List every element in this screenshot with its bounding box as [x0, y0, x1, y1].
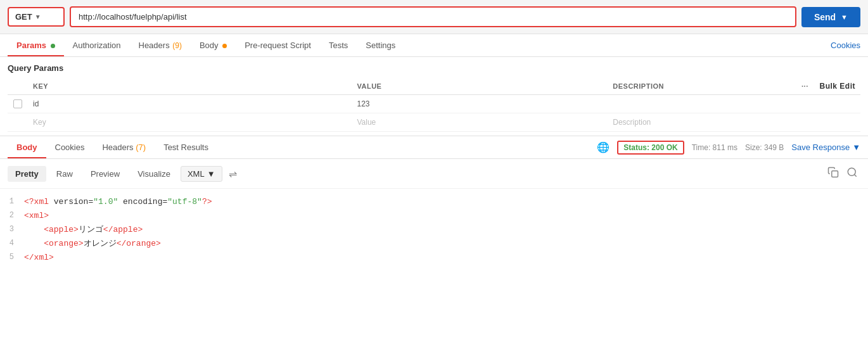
resp-headers-badge: (7)	[136, 143, 146, 152]
cookies-link[interactable]: Cookies	[831, 34, 860, 56]
status-badge: Status: 200 OK	[617, 141, 684, 155]
params-table: KEY VALUE DESCRIPTION ··· Bulk Edit id 1…	[8, 78, 860, 132]
format-pretty-button[interactable]: Pretty	[8, 166, 46, 182]
send-chevron-icon: ▼	[841, 13, 848, 21]
xml-token: <xml>	[24, 211, 49, 220]
tab-authorization[interactable]: Authorization	[64, 34, 130, 56]
xml-token: <?xml	[24, 197, 54, 207]
xml-token: </xml>	[24, 253, 54, 262]
save-response-chevron-icon: ▼	[852, 143, 860, 152]
line-number: 3	[5, 223, 24, 237]
xml-token: <apple>	[44, 225, 79, 234]
resp-tab-headers[interactable]: Headers (7)	[93, 136, 155, 158]
body-dot	[222, 44, 227, 48]
format-raw-button[interactable]: Raw	[49, 166, 80, 182]
value-placeholder[interactable]: Value	[352, 113, 608, 132]
row-dots	[795, 95, 814, 113]
resp-tab-headers-label: Headers	[102, 143, 133, 152]
method-dropdown[interactable]: GET ▼	[8, 7, 65, 27]
save-response-label: Save Response	[791, 143, 850, 152]
line-number: 1	[5, 195, 24, 209]
request-tabs: Params Authorization Headers (9) Body Pr…	[0, 34, 868, 57]
row-description[interactable]	[608, 95, 795, 113]
tab-body[interactable]: Body	[191, 34, 236, 56]
method-chevron-icon: ▼	[35, 13, 41, 20]
tab-headers-label: Headers	[139, 41, 170, 50]
tab-prerequest-label: Pre-request Script	[245, 41, 311, 50]
resp-tab-test-results-label: Test Results	[163, 143, 208, 152]
tab-tests[interactable]: Tests	[320, 34, 357, 56]
response-size: Size: 349 B	[745, 143, 784, 152]
code-body: 1 <?xml version="1.0" encoding="utf-8"?>…	[0, 189, 868, 271]
row-value[interactable]: 123	[352, 95, 608, 113]
xml-token: <orange>	[44, 239, 83, 248]
headers-badge: (9)	[172, 41, 182, 50]
line-number: 4	[5, 237, 24, 251]
col-bulk-edit[interactable]: Bulk Edit	[814, 78, 860, 95]
send-label: Send	[814, 12, 836, 22]
type-dropdown[interactable]: XML ▼	[181, 166, 222, 182]
col-key: KEY	[28, 78, 352, 95]
row-key[interactable]: id	[28, 95, 352, 113]
resp-tab-cookies-label: Cookies	[55, 143, 85, 152]
query-params-title: Query Params	[8, 63, 860, 73]
tab-prerequest[interactable]: Pre-request Script	[236, 34, 320, 56]
code-line-2: 2 <xml>	[0, 209, 868, 223]
resp-tab-body-label: Body	[16, 143, 37, 152]
line-number: 5	[5, 251, 24, 265]
code-line-3: 3 <apple>リンゴ</apple>	[0, 223, 868, 237]
top-bar: GET ▼ Send ▼	[0, 0, 868, 34]
resp-tab-body[interactable]: Body	[8, 136, 46, 158]
svg-rect-0	[832, 171, 838, 177]
code-line-5: 5 </xml>	[0, 251, 868, 265]
tab-params[interactable]: Params	[8, 34, 64, 56]
svg-point-1	[848, 168, 855, 175]
type-chevron-icon: ▼	[207, 169, 215, 179]
row-bulk	[814, 95, 860, 113]
tab-headers[interactable]: Headers (9)	[130, 34, 191, 56]
description-placeholder[interactable]: Description	[608, 113, 795, 132]
table-row-placeholder: Key Value Description	[8, 113, 860, 132]
tab-body-label: Body	[200, 41, 219, 50]
response-meta: 🌐 Status: 200 OK Time: 811 ms Size: 349 …	[597, 141, 860, 155]
format-preview-button[interactable]: Preview	[83, 166, 127, 182]
search-icon[interactable]	[844, 164, 860, 183]
type-label: XML	[188, 169, 205, 179]
response-tabs: Body Cookies Headers (7) Test Results 🌐 …	[0, 136, 868, 159]
col-checkbox	[8, 78, 28, 95]
tab-settings[interactable]: Settings	[357, 34, 404, 56]
resp-tab-test-results[interactable]: Test Results	[155, 136, 217, 158]
tab-authorization-label: Authorization	[73, 41, 121, 50]
tab-params-label: Params	[16, 41, 46, 50]
globe-icon[interactable]: 🌐	[597, 141, 610, 153]
url-input[interactable]	[70, 6, 796, 27]
svg-line-2	[854, 174, 856, 176]
format-visualize-button[interactable]: Visualize	[130, 166, 178, 182]
params-dot	[51, 44, 55, 48]
tab-settings-label: Settings	[366, 41, 395, 50]
col-description: DESCRIPTION	[608, 78, 795, 95]
resp-tab-cookies[interactable]: Cookies	[46, 136, 94, 158]
tab-tests-label: Tests	[329, 41, 348, 50]
table-row: id 123	[8, 95, 860, 113]
code-line-1: 1 <?xml version="1.0" encoding="utf-8"?>	[0, 195, 868, 209]
save-response-button[interactable]: Save Response ▼	[791, 143, 860, 152]
method-label: GET	[15, 12, 32, 22]
response-time: Time: 811 ms	[692, 143, 737, 152]
col-dots: ···	[795, 78, 814, 95]
send-button[interactable]: Send ▼	[801, 7, 860, 27]
key-placeholder[interactable]: Key	[28, 113, 352, 132]
col-value: VALUE	[352, 78, 608, 95]
copy-icon[interactable]	[825, 164, 841, 183]
code-line-4: 4 <orange>オレンジ</orange>	[0, 237, 868, 251]
params-section: Query Params KEY VALUE DESCRIPTION ··· B…	[0, 57, 868, 132]
line-number: 2	[5, 209, 24, 223]
format-bar: Pretty Raw Preview Visualize XML ▼ ⇌	[0, 159, 868, 189]
row-checkbox[interactable]	[13, 99, 22, 108]
wrap-icon[interactable]: ⇌	[229, 168, 237, 180]
